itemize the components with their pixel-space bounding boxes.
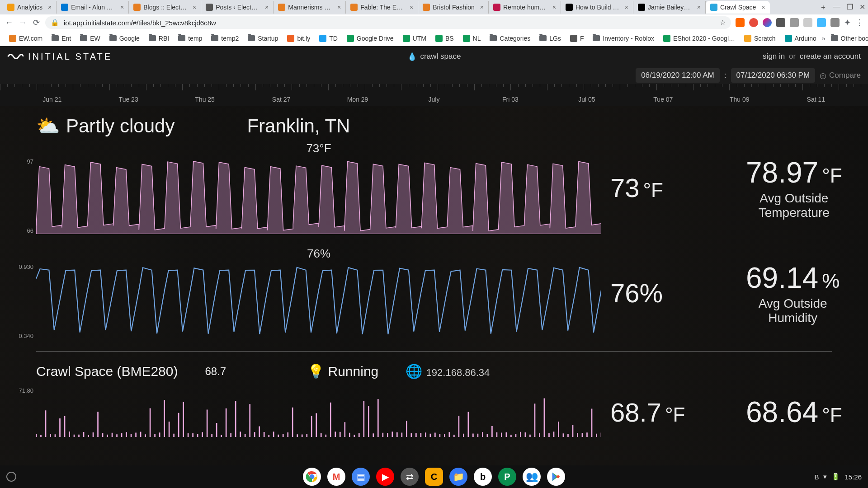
teams-icon[interactable]: 👥 xyxy=(523,468,541,486)
star-icon[interactable]: ☆ xyxy=(720,19,726,27)
extensions-icon[interactable]: ✦ xyxy=(844,18,851,28)
play-store-icon[interactable] xyxy=(547,468,565,486)
address-bar[interactable]: 🔒 iot.app.initialstate.com/#/tiles/bkt_2… xyxy=(45,16,731,29)
ext-icon[interactable] xyxy=(776,18,785,27)
close-tab-icon[interactable]: × xyxy=(193,4,196,11)
app-icon[interactable]: P xyxy=(498,468,516,486)
status-tray[interactable]: B ▾ 🔋 15:26 xyxy=(814,473,862,481)
bookmark-label: temp xyxy=(188,35,202,42)
ext-icon[interactable] xyxy=(790,18,799,27)
close-tab-icon[interactable]: × xyxy=(552,4,556,11)
bookmark-item[interactable]: Ent xyxy=(48,35,75,42)
browser-tab[interactable]: Email - Alun Willi…× xyxy=(57,1,129,14)
close-tab-icon[interactable]: × xyxy=(761,4,765,11)
brand-logo[interactable]: INITIAL STATE xyxy=(7,51,112,62)
browser-tab[interactable]: Mannerisms | Ele…× xyxy=(274,1,346,14)
ext-icon[interactable] xyxy=(763,18,772,27)
browser-tab[interactable]: Posts ‹ Electroni…× xyxy=(201,1,274,14)
youtube-icon[interactable]: ▶ xyxy=(376,468,394,486)
date-from-input[interactable]: 06/19/2020 12:00 AM xyxy=(636,68,720,83)
browser-tab[interactable]: Jamie Bailey – M…× xyxy=(633,1,706,14)
files-icon[interactable]: 📁 xyxy=(449,468,467,486)
close-tab-icon[interactable]: × xyxy=(48,4,52,11)
timeline[interactable]: Jun 21Tue 23Thu 25Sat 27Mon 29JulyFri 03… xyxy=(0,84,868,106)
ext-icon[interactable] xyxy=(803,18,812,27)
close-tab-icon[interactable]: × xyxy=(625,4,628,11)
close-tab-icon[interactable]: × xyxy=(337,4,341,11)
humidity-current: 76% xyxy=(610,278,737,308)
menu-icon[interactable]: ⋮ xyxy=(855,18,863,28)
bookmark-item[interactable]: TD xyxy=(316,35,341,42)
bucket-title[interactable]: 💧 crawl space xyxy=(407,52,461,61)
bookmark-item[interactable]: UTM xyxy=(399,35,430,42)
globe-icon: 🌐 xyxy=(406,364,422,379)
browser-tab[interactable]: Analytics× xyxy=(3,1,57,14)
chrome-icon[interactable] xyxy=(303,468,321,486)
bookmark-item[interactable]: Google xyxy=(106,35,143,42)
close-tab-icon[interactable]: × xyxy=(265,4,269,11)
bookmark-item[interactable]: temp xyxy=(175,35,206,42)
hum-chart-title: 76% xyxy=(36,247,601,261)
bookmark-item[interactable]: NL xyxy=(459,35,485,42)
other-bookmarks[interactable]: Other bookmarks xyxy=(827,35,868,42)
date-to-input[interactable]: 07/12/2020 06:30 PM xyxy=(731,68,816,83)
close-tab-icon[interactable]: × xyxy=(697,4,701,11)
minimize-button[interactable]: ― xyxy=(833,3,840,12)
browser-tab[interactable]: How to Build a C…× xyxy=(561,1,633,14)
bookmark-item[interactable]: temp2 xyxy=(208,35,242,42)
bookmark-item[interactable]: Startup xyxy=(244,35,282,42)
browser-tab[interactable]: Crawl Space× xyxy=(706,1,770,14)
launcher-button[interactable] xyxy=(6,472,16,482)
create-account-link[interactable]: create an account xyxy=(800,52,861,61)
close-tab-icon[interactable]: × xyxy=(480,4,484,11)
bookmark-item[interactable]: bit.ly xyxy=(283,35,314,42)
ext-icon[interactable] xyxy=(749,18,758,27)
bookmark-favicon xyxy=(463,35,470,42)
ext-icon[interactable] xyxy=(817,18,826,27)
dashboard: ⛅ Partly cloudy Franklin, TN 73°F 97 66 … xyxy=(0,106,868,465)
bookmark-item[interactable]: Google Drive xyxy=(343,35,397,42)
close-window-button[interactable]: ✕ xyxy=(859,3,865,12)
close-tab-icon[interactable]: × xyxy=(120,4,124,11)
timeline-label: Jun 21 xyxy=(42,96,61,103)
sign-in-link[interactable]: sign in xyxy=(763,52,785,61)
ext-icon[interactable] xyxy=(736,18,745,27)
back-button[interactable]: ← xyxy=(5,18,14,27)
bookmark-item[interactable]: EW.com xyxy=(5,35,46,42)
compare-button[interactable]: ◎ Compare xyxy=(820,71,861,80)
bookmarks-overflow[interactable]: » xyxy=(822,35,826,42)
bookmark-item[interactable]: EShot 2020 - Googl… xyxy=(660,35,739,42)
bookmark-item[interactable]: BS xyxy=(432,35,458,42)
bookmark-item[interactable]: LGs xyxy=(536,35,565,42)
crawl-chart[interactable]: 71.80 xyxy=(36,387,601,437)
forward-button[interactable]: → xyxy=(18,18,27,27)
ext-icon[interactable] xyxy=(830,18,840,27)
window-controls: ＋ ― ❐ ✕ xyxy=(820,3,865,12)
browser-tab[interactable]: Remote humidity…× xyxy=(489,1,561,14)
bookmark-label: F xyxy=(580,35,584,42)
browser-tab[interactable]: Blogs :: Electroni…× xyxy=(129,1,201,14)
bookmark-item[interactable]: RBI xyxy=(145,35,173,42)
browser-tab[interactable]: Bristol Fashion× xyxy=(418,1,489,14)
bookmark-item[interactable]: EW xyxy=(76,35,104,42)
reload-button[interactable]: ⟳ xyxy=(32,18,41,27)
bookmark-item[interactable]: Arduino xyxy=(781,35,820,42)
app-icon[interactable]: ⇄ xyxy=(401,468,419,486)
bookmark-favicon xyxy=(287,35,294,42)
bookmark-item[interactable]: F xyxy=(566,35,588,42)
humidity-chart[interactable]: 0.930 0.340 xyxy=(36,263,601,339)
close-tab-icon[interactable]: × xyxy=(410,4,413,11)
bookmark-item[interactable]: Scratch xyxy=(741,35,779,42)
app-icon[interactable]: b xyxy=(474,468,492,486)
browser-tab[interactable]: Fable: The Entrep…× xyxy=(346,1,418,14)
bookmark-label: BS xyxy=(445,35,454,42)
new-tab-button[interactable]: ＋ xyxy=(820,3,827,12)
temp-chart[interactable]: 97 66 xyxy=(36,158,601,234)
docs-icon[interactable]: ▤ xyxy=(352,468,370,486)
gmail-icon[interactable]: M xyxy=(327,468,345,486)
favicon xyxy=(638,4,645,11)
bookmark-item[interactable]: Categories xyxy=(486,35,534,42)
bookmark-item[interactable]: Inventory - Roblox xyxy=(589,35,658,42)
app-icon[interactable]: C xyxy=(425,468,443,486)
maximize-button[interactable]: ❐ xyxy=(847,3,853,12)
